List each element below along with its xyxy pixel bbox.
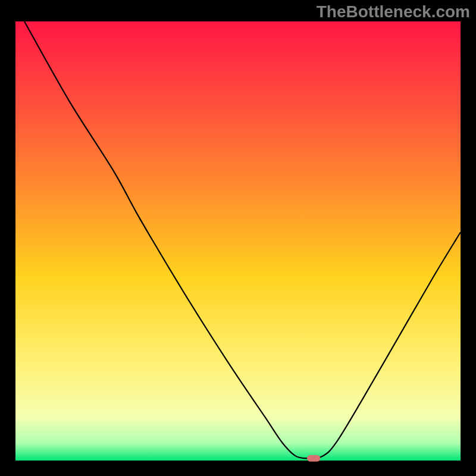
bottleneck-chart: TheBottleneck.com	[0, 0, 476, 476]
plot-background	[15, 21, 461, 461]
watermark-label: TheBottleneck.com	[317, 2, 470, 21]
optimal-marker	[307, 455, 320, 462]
chart-svg	[0, 0, 476, 476]
